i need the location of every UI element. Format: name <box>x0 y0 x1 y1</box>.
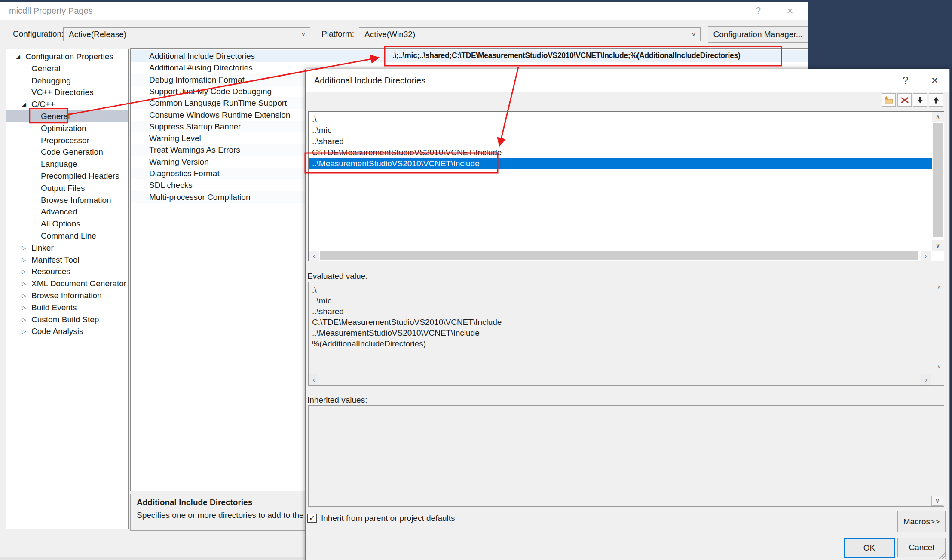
evaluated-line: ..\mic <box>309 295 947 306</box>
tree-item-browse-information[interactable]: Browse Information <box>6 194 128 206</box>
tree-item-command-line[interactable]: Command Line <box>6 230 128 242</box>
resize-grip[interactable] <box>937 551 947 559</box>
tree-item-optimization[interactable]: Optimization <box>6 122 128 135</box>
scroll-up-icon[interactable]: ∧ <box>932 112 944 122</box>
additional-include-directories-dialog: Additional Include Directories ? × <box>305 69 950 560</box>
collapsed-expander-icon[interactable]: ▷ <box>22 278 26 290</box>
tree-item-general[interactable]: General <box>6 63 128 75</box>
close-icon[interactable]: × <box>926 69 943 92</box>
tree-item-precompiled-headers[interactable]: Precompiled Headers <box>6 170 128 182</box>
tree-item-preprocessor[interactable]: Preprocessor <box>6 135 128 147</box>
directory-item[interactable]: C:\TDE\MeasurementStudioVS2010\VCNET\Inc… <box>309 147 932 158</box>
tree-item-advanced[interactable]: Advanced <box>6 206 128 218</box>
property-name: Diagnostics Format <box>149 168 220 179</box>
directory-item[interactable]: .\ <box>309 113 932 125</box>
tree-item-code-analysis[interactable]: ▷Code Analysis <box>6 325 128 337</box>
directory-item[interactable]: ..\shared <box>309 136 932 147</box>
directory-path: C:\TDE\MeasurementStudioVS2010\VCNET\Inc… <box>309 148 502 157</box>
ok-button[interactable]: OK <box>844 538 895 558</box>
evaluated-line: .\ <box>309 285 947 295</box>
configuration-value: Active(Release) <box>69 30 126 39</box>
arrow-up-icon <box>932 96 940 104</box>
directories-listbox[interactable]: .\..\mic..\sharedC:\TDE\MeasurementStudi… <box>308 111 944 261</box>
help-icon[interactable]: ? <box>749 2 768 20</box>
property-name: Multi-processor Compilation <box>149 191 250 203</box>
scroll-down-icon[interactable]: ∨ <box>937 363 941 370</box>
scroll-right-icon[interactable]: › <box>921 374 931 385</box>
scroll-down-icon[interactable]: ∨ <box>932 240 944 251</box>
scroll-down-icon[interactable]: ∨ <box>931 496 943 506</box>
horizontal-scrollbar-thumb[interactable] <box>320 251 918 260</box>
property-name: Common Language RunTime Support <box>149 97 287 109</box>
scroll-left-icon[interactable]: ‹ <box>309 374 318 385</box>
configuration-manager-button[interactable]: Configuration Manager... <box>708 26 808 43</box>
tree-item-linker[interactable]: ▷Linker <box>6 242 128 254</box>
dialog-title-bar: Additional Include Directories ? × <box>306 69 949 92</box>
vertical-scrollbar-thumb[interactable] <box>933 123 943 237</box>
macros-button[interactable]: Macros>> <box>897 511 946 532</box>
tree-item-manifest-tool[interactable]: ▷Manifest Tool <box>6 254 128 266</box>
help-icon[interactable]: ? <box>897 69 914 92</box>
collapsed-expander-icon[interactable]: ▷ <box>22 302 26 314</box>
platform-label: Platform: <box>321 26 354 42</box>
directory-item-selected[interactable]: ..\MeasurementStudioVS2010\VCNET\Include <box>309 158 932 169</box>
collapsed-expander-icon[interactable]: ▷ <box>22 325 26 337</box>
property-name: Support Just My Code Debugging <box>149 86 272 97</box>
tree-item-build-events[interactable]: ▷Build Events <box>6 302 128 314</box>
tree-item-custom-build-step[interactable]: ▷Custom Build Step <box>6 314 128 326</box>
tree-item-xml-document-generator[interactable]: ▷XML Document Generator <box>6 278 128 290</box>
tree-item-label: Custom Build Step <box>31 314 99 326</box>
inherited-values-box[interactable]: ∨ <box>308 405 944 507</box>
property-name: SDL checks <box>149 179 193 191</box>
property-name: Additional Include Directories <box>149 50 255 62</box>
move-up-button[interactable] <box>929 93 943 107</box>
tree-item-label: Resources <box>31 266 70 278</box>
configuration-dropdown[interactable]: Active(Release) ∨ <box>63 27 310 41</box>
delete-line-button[interactable] <box>897 93 912 107</box>
evaluated-value-box[interactable]: .\..\mic..\sharedC:\TDE\MeasurementStudi… <box>308 282 944 386</box>
collapsed-expander-icon[interactable]: ▷ <box>22 242 26 254</box>
evaluated-line: ..\shared <box>309 306 947 317</box>
collapsed-expander-icon[interactable]: ▷ <box>22 266 26 278</box>
property-name: Additional #using Directories <box>149 62 253 73</box>
tree-item-vc-directories[interactable]: VC++ Directories <box>6 86 128 98</box>
tree-item-label: Manifest Tool <box>31 254 80 266</box>
tree-item-label: C/C++ <box>31 98 55 110</box>
expanded-expander-icon[interactable]: ◢ <box>16 51 20 63</box>
tree-item-code-generation[interactable]: Code Generation <box>6 146 128 158</box>
directory-item[interactable]: ..\mic <box>309 125 932 136</box>
property-value-field[interactable]: .\;..\mic;..\shared;C:\TDE\MeasurementSt… <box>392 49 781 61</box>
tree-item-general[interactable]: General <box>6 110 128 122</box>
collapsed-expander-icon[interactable]: ▷ <box>22 254 26 266</box>
folder-plus-icon <box>884 96 894 104</box>
scroll-left-icon[interactable]: ‹ <box>309 251 319 261</box>
property-name: Debug Information Format <box>149 74 245 86</box>
tree-item-configuration-properties[interactable]: ◢Configuration Properties <box>6 51 128 63</box>
tree-item-label: Optimization <box>41 122 86 135</box>
tree-item-c-c[interactable]: ◢C/C++ <box>6 98 128 110</box>
collapsed-expander-icon[interactable]: ▷ <box>22 314 26 326</box>
tree-item-all-options[interactable]: All Options <box>6 218 128 230</box>
scroll-right-icon[interactable]: › <box>921 251 931 261</box>
tree-item-browse-information[interactable]: ▷Browse Information <box>6 290 128 302</box>
new-line-button[interactable] <box>882 93 896 107</box>
directory-path: .\ <box>309 114 317 123</box>
close-icon[interactable]: × <box>781 2 799 20</box>
inherit-defaults-checkbox[interactable]: ✓ <box>307 514 317 523</box>
tree-item-language[interactable]: Language <box>6 158 128 170</box>
directory-path: ..\shared <box>309 137 344 146</box>
tree-item-resources[interactable]: ▷Resources <box>6 266 128 278</box>
collapsed-expander-icon[interactable]: ▷ <box>22 290 26 302</box>
tree-item-debugging[interactable]: Debugging <box>6 75 128 87</box>
move-down-button[interactable] <box>913 93 927 107</box>
tree-item-label: Debugging <box>31 75 71 87</box>
tree-item-label: General <box>31 63 61 75</box>
property-name: Treat Warnings As Errors <box>149 144 240 156</box>
scroll-up-icon[interactable]: ∧ <box>937 284 941 291</box>
expanded-expander-icon[interactable]: ◢ <box>22 98 26 110</box>
tree-item-label: VC++ Directories <box>31 86 94 98</box>
tree-item-output-files[interactable]: Output Files <box>6 182 128 194</box>
directory-path: ..\mic <box>309 125 331 135</box>
platform-dropdown[interactable]: Active(Win32) ∨ <box>359 27 701 41</box>
directory-path: ..\MeasurementStudioVS2010\VCNET\Include <box>309 159 480 168</box>
